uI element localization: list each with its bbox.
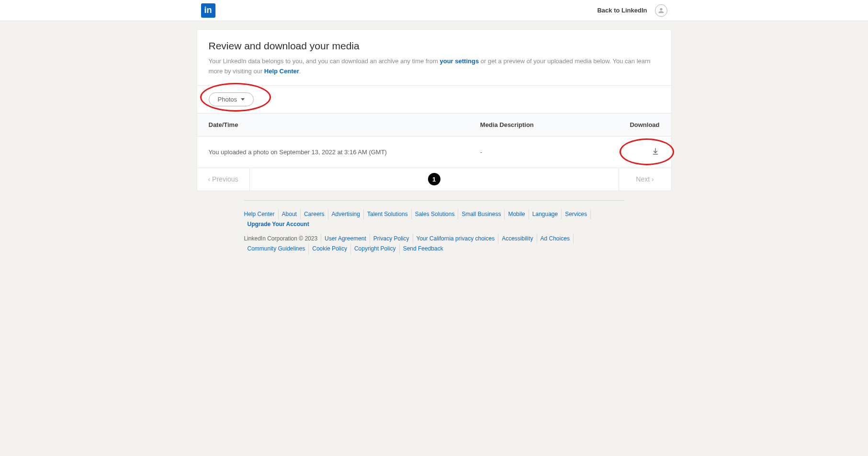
caret-down-icon [241,98,245,101]
filter-row: Photos [197,86,671,113]
footer-link[interactable]: Ad Choices [537,234,574,244]
col-header-description: Media Description [480,121,617,128]
page-number-current[interactable]: 1 [428,173,440,185]
download-icon [651,147,660,156]
next-page-button: Next › [619,168,671,191]
footer-link[interactable]: Community Guidelines [244,244,309,254]
cell-date: You uploaded a photo on September 13, 20… [209,148,480,156]
footer-link[interactable]: User Agreement [321,234,370,244]
col-header-date: Date/Time [209,121,480,128]
back-to-linkedin-link[interactable]: Back to LinkedIn [597,7,647,14]
desc-text: Your LinkedIn data belongs to you, and y… [209,57,440,65]
content-card: Review and download your media Your Link… [197,30,671,191]
footer-link[interactable]: Small Business [458,209,505,220]
account-menu-button[interactable] [655,4,667,17]
top-bar: in Back to LinkedIn [0,0,868,21]
chevron-right-icon: › [652,175,654,183]
help-center-link[interactable]: Help Center [264,68,299,75]
footer-link[interactable]: Copyright Policy [351,244,400,254]
footer-link[interactable]: Careers [301,209,328,220]
download-button[interactable] [651,147,660,156]
cell-description: - [480,148,617,156]
footer-link[interactable]: Talent Solutions [364,209,412,220]
footer-link[interactable]: Help Center [244,209,279,220]
footer-link[interactable]: Accessibility [498,234,537,244]
table-header: Date/Time Media Description Download [197,113,671,137]
prev-page-button: ‹ Previous [197,168,250,191]
dropdown-label: Photos [218,96,237,103]
footer-link[interactable]: Your California privacy choices [413,234,499,244]
footer-link[interactable]: Mobile [505,209,529,220]
page-description: Your LinkedIn data belongs to you, and y… [209,57,660,77]
footer-link[interactable]: Services [562,209,591,220]
footer-link[interactable]: About [279,209,301,220]
annotation-highlight [620,138,674,165]
footer-link[interactable]: Privacy Policy [370,234,413,244]
person-icon [657,7,665,14]
your-settings-link[interactable]: your settings [440,57,479,65]
footer: Help CenterAboutCareersAdvertisingTalent… [239,200,629,277]
footer-link[interactable]: Advertising [328,209,364,220]
footer-link[interactable]: Upgrade Your Account [244,219,313,230]
footer-link[interactable]: Language [529,209,562,220]
footer-link[interactable]: Send Feedback [400,244,447,254]
pagination: ‹ Previous 1 Next › [197,168,671,191]
page-title: Review and download your media [209,40,660,52]
media-type-dropdown[interactable]: Photos [209,92,254,106]
footer-link[interactable]: Cookie Policy [309,244,351,254]
footer-copyright: LinkedIn Corporation © 2023 [244,234,322,244]
footer-links-primary: Help CenterAboutCareersAdvertisingTalent… [244,209,624,230]
footer-link[interactable]: Sales Solutions [412,209,459,220]
prev-label: Previous [212,175,238,183]
linkedin-logo[interactable]: in [201,3,215,18]
desc-text: . [299,68,301,75]
col-header-download: Download [617,121,660,128]
table-row: You uploaded a photo on September 13, 20… [197,137,671,168]
footer-links-secondary: LinkedIn Corporation © 2023User Agreemen… [244,234,624,254]
next-label: Next [636,175,650,183]
chevron-left-icon: ‹ [208,175,210,183]
